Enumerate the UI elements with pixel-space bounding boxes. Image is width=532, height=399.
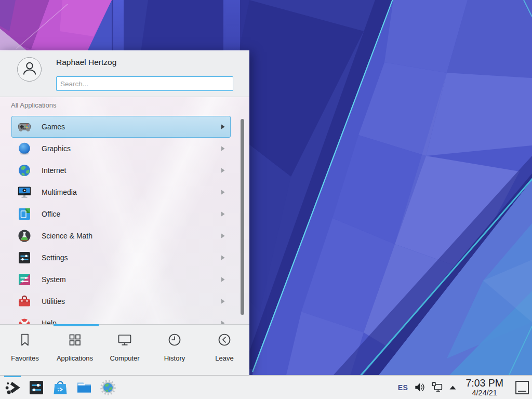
tab-computer[interactable]: Computer: [100, 332, 150, 375]
tab-history[interactable]: History: [150, 332, 200, 375]
tab-label: Computer: [110, 354, 139, 362]
submenu-arrow-icon: [221, 211, 225, 217]
submenu-arrow-icon: [221, 233, 225, 238]
show-desktop-widget[interactable]: [515, 381, 529, 394]
application-launcher-popup: Raphael Hertzog All Applications Games G…: [0, 50, 249, 375]
category-rows: Games Graphics Internet Multimedia: [0, 116, 249, 324]
application-launcher-button[interactable]: [4, 379, 21, 396]
category-item-office[interactable]: Office: [11, 203, 231, 225]
taskbar-apps: [4, 379, 116, 396]
submenu-arrow-icon: [221, 299, 225, 304]
tab-leave[interactable]: Leave: [200, 332, 249, 375]
office-icon: [18, 207, 31, 221]
category-item-games[interactable]: Games: [11, 116, 231, 138]
category-item-multimedia[interactable]: Multimedia: [11, 181, 231, 203]
help-icon: [18, 316, 31, 324]
tab-favorites[interactable]: Favorites: [0, 332, 50, 375]
tab-label: Favorites: [11, 354, 38, 362]
section-label: All Applications: [11, 101, 56, 109]
submenu-arrow-icon: [221, 190, 225, 195]
taskbar-panel: ES 7:03 PM 4/24/21: [0, 375, 532, 399]
leave-icon: [217, 332, 232, 350]
submenu-arrow-icon: [221, 124, 225, 129]
list-scrollbar[interactable]: [241, 119, 244, 315]
category-label: Science & Math: [42, 232, 92, 240]
grid-icon: [67, 332, 83, 350]
bookmark-icon: [17, 332, 33, 350]
web-browser-button[interactable]: [100, 379, 116, 396]
globe-icon: [18, 164, 31, 177]
launcher-tab-bar: Favorites Applications Computer History …: [0, 324, 249, 375]
category-item-internet[interactable]: Internet: [11, 159, 231, 181]
category-item-graphics[interactable]: Graphics: [11, 138, 231, 159]
category-label: Utilities: [42, 297, 65, 305]
clock-icon: [167, 332, 182, 350]
active-task-indicator: [4, 376, 21, 377]
settings-icon: [18, 251, 31, 264]
graphics-icon: [18, 142, 31, 155]
tab-label: Applications: [57, 354, 93, 362]
user-name: Raphael Hertzog: [56, 58, 116, 67]
category-label: Internet: [42, 166, 66, 175]
gamepad-icon: [18, 120, 31, 134]
monitor-icon: [117, 332, 132, 350]
search-input[interactable]: [56, 76, 233, 91]
clock-time: 7:03 PM: [466, 378, 503, 389]
submenu-arrow-icon: [221, 146, 225, 151]
discover-button[interactable]: [52, 379, 69, 396]
category-item-system[interactable]: System: [11, 269, 231, 290]
multimedia-icon: [18, 185, 31, 199]
category-label: Games: [42, 123, 65, 131]
utilities-icon: [18, 295, 31, 308]
user-avatar[interactable]: [17, 57, 42, 82]
system-icon: [18, 273, 31, 286]
category-item-settings[interactable]: Settings: [11, 247, 231, 269]
network-icon[interactable]: [431, 381, 443, 393]
submenu-arrow-icon: [221, 168, 225, 173]
submenu-arrow-icon: [221, 321, 225, 324]
digital-clock[interactable]: 7:03 PM 4/24/21: [466, 378, 503, 397]
file-manager-button[interactable]: [76, 379, 92, 396]
category-label: Office: [42, 210, 60, 218]
submenu-arrow-icon: [221, 277, 225, 282]
volume-icon[interactable]: [414, 381, 425, 393]
clock-date: 4/24/21: [466, 389, 503, 397]
category-item-utilities[interactable]: Utilities: [11, 290, 231, 312]
system-settings-button[interactable]: [28, 379, 45, 396]
launcher-header: Raphael Hertzog: [0, 51, 249, 97]
tab-label: Leave: [215, 354, 233, 362]
tab-applications[interactable]: Applications: [50, 332, 100, 375]
category-item-help[interactable]: Help: [11, 312, 231, 324]
application-category-list: All Applications Games Graphics Internet: [0, 97, 249, 324]
system-tray: ES 7:03 PM 4/24/21: [398, 378, 532, 397]
category-label: Graphics: [42, 144, 71, 153]
user-avatar-icon: [20, 59, 39, 81]
category-label: Multimedia: [42, 188, 77, 196]
category-label: System: [42, 275, 66, 284]
science-icon: [18, 229, 31, 243]
category-item-science-math[interactable]: Science & Math: [11, 225, 231, 247]
tab-label: History: [164, 354, 185, 362]
category-label: Help: [42, 319, 57, 324]
desktop: Raphael Hertzog All Applications Games G…: [0, 0, 532, 399]
category-label: Settings: [42, 254, 68, 262]
keyboard-layout-indicator[interactable]: ES: [398, 383, 408, 392]
expand-tray-icon[interactable]: [449, 385, 457, 390]
active-tab-indicator: [54, 324, 99, 326]
submenu-arrow-icon: [221, 255, 225, 260]
